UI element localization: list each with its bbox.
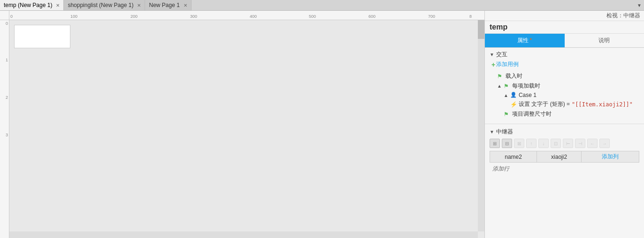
h-ruler-tick-300: 300 [190, 14, 197, 19]
tab-shoppinglist-label: shoppinglist (New Page 1) [68, 2, 133, 8]
tree-item-each-label: 每项加载时 [512, 82, 540, 90]
section-divider [485, 124, 644, 124]
canvas-widget[interactable] [14, 25, 70, 48]
tree-item-each-load[interactable]: ▲ ⚑ 每项加载时 [490, 81, 639, 91]
repeater-btn-prev[interactable]: ← [587, 139, 598, 148]
h-ruler-tick-100: 100 [70, 14, 77, 19]
tab-properties[interactable]: 属性* [485, 34, 565, 47]
tree-item-resize[interactable]: ⚑ 项目调整尺寸时 [490, 109, 639, 119]
flag-icon-load: ⚑ [497, 73, 504, 80]
tree-item-load-label: 载入时 [506, 72, 522, 80]
ruler-corner [0, 11, 9, 20]
interactions-arrow: ▼ [490, 52, 494, 57]
v-ruler-tick-2: 2 [6, 95, 8, 100]
add-col-link[interactable]: 添加列 [599, 152, 621, 161]
h-ruler-tick-400: 400 [250, 14, 257, 19]
case-icon: 👤 [510, 92, 517, 98]
tree-item-load[interactable]: ⚑ 载入时 [490, 71, 639, 81]
col-header-add[interactable]: 添加列 [582, 151, 639, 163]
repeater-btn-remove-row[interactable]: ⊟ [502, 139, 512, 148]
tab-description[interactable]: 说明 [565, 34, 644, 47]
tab-temp-close[interactable]: ✕ [56, 3, 60, 8]
expand-arrow-case: ▲ [504, 93, 508, 98]
tab-properties-asterisk: * [529, 37, 532, 44]
repeater-label: 中继器 [496, 128, 513, 136]
plus-icon: + [491, 61, 495, 68]
repeater-btn-col-left[interactable]: ⊢ [563, 139, 573, 148]
col-header-xiaoji2[interactable]: xiaoji2 [537, 151, 582, 163]
panel-tabs: 属性* 说明 [485, 34, 644, 48]
v-ruler-tick-0: 0 [6, 21, 8, 26]
tree-item-case1-label: Case 1 [519, 92, 537, 98]
add-row-link[interactable]: 添加行 [490, 164, 512, 174]
h-ruler: 0 100 200 300 400 500 600 700 8 [9, 11, 484, 20]
h-ruler-tick-500: 500 [309, 14, 316, 19]
v-ruler: 0 1 2 3 [0, 20, 9, 238]
add-use-case-link[interactable]: + 添加用例 [491, 60, 639, 68]
tab-temp-label: temp (New Page 1) [4, 2, 52, 8]
tree-item-resize-label: 项目调整尺寸时 [512, 110, 552, 118]
h-ruler-tick-700: 700 [428, 14, 435, 19]
tab-shoppinglist-close[interactable]: ✕ [137, 3, 141, 8]
repeater-arrow: ▼ [490, 129, 494, 134]
h-ruler-tick-200: 200 [130, 14, 138, 19]
vertical-scrollbar[interactable] [478, 20, 484, 231]
bolt-icon: ⚡ [510, 101, 517, 108]
repeater-btn-clear[interactable]: ⊠ [514, 139, 524, 148]
repeater-table: name2 xiaoji2 添加列 [490, 151, 639, 163]
tab-properties-label: 属性 [517, 37, 529, 44]
repeater-btn-up[interactable]: ↑ [526, 139, 537, 148]
h-ruler-tick-600: 600 [368, 14, 376, 19]
repeater-btn-grid[interactable]: ⊞ [490, 139, 500, 148]
horizontal-scrollbar[interactable] [9, 231, 478, 238]
tab-dropdown-btn[interactable]: ▼ [635, 0, 644, 10]
tree-item-set-text[interactable]: ⚡ 设置 文字于 (矩形) = "[[Item.xiaoji2]]" [490, 99, 639, 109]
add-use-case-label: 添加用例 [496, 60, 519, 68]
tree-item-case1[interactable]: ▲ 👤 Case 1 [490, 91, 639, 99]
expand-arrow-each: ▲ [497, 83, 502, 89]
h-ruler-tick-8: 8 [469, 14, 472, 19]
tab-newpage-close[interactable]: ✕ [184, 3, 187, 8]
interactions-header[interactable]: ▼ 交互 [490, 51, 639, 59]
tab-temp[interactable]: temp (New Page 1) ✕ [0, 0, 64, 10]
tab-newpage[interactable]: New Page 1 ✕ [145, 0, 191, 10]
repeater-btn-down[interactable]: ↓ [538, 139, 549, 148]
tree-item-set-text-code: "[[Item.xiaoji2]]" [572, 101, 633, 108]
repeater-btn-next[interactable]: → [599, 139, 610, 148]
tab-shoppinglist[interactable]: shoppinglist (New Page 1) ✕ [64, 0, 145, 10]
right-panel: 检视：中继器 temp 属性* 说明 ▼ 交互 + 添加用例 [484, 11, 644, 238]
repeater-toolbar: ⊞ ⊟ ⊠ ↑ ↓ ⊡ ⊢ ⊣ ← → [490, 139, 639, 148]
scrollbar-thumb-v[interactable] [478, 20, 484, 39]
tab-bar: temp (New Page 1) ✕ shoppinglist (New Pa… [0, 0, 644, 11]
tree-item-set-text-pre: 设置 文字于 (矩形) = [519, 100, 570, 108]
main-layout: 0 100 200 300 400 500 600 700 8 0 1 2 3 [0, 11, 644, 238]
v-ruler-tick-3: 3 [6, 133, 8, 137]
panel-title: temp [490, 23, 507, 31]
canvas-area[interactable]: 0 100 200 300 400 500 600 700 8 0 1 2 3 [0, 11, 484, 238]
h-ruler-tick-0: 0 [10, 14, 13, 19]
flag-icon-each: ⚑ [504, 83, 510, 89]
repeater-header[interactable]: ▼ 中继器 [490, 128, 639, 136]
panel-context-label: 检视：中继器 [606, 12, 640, 20]
col-header-name2[interactable]: name2 [490, 151, 537, 163]
tab-description-label: 说明 [598, 37, 610, 44]
panel-header: temp [485, 21, 644, 34]
interactions-section: ▼ 交互 + 添加用例 ⚑ 载入时 ▲ ⚑ 每项加载时 ▲ 👤 Case 1 [485, 48, 644, 122]
repeater-btn-col-right[interactable]: ⊣ [575, 139, 585, 148]
canvas-content[interactable] [9, 20, 484, 238]
tab-newpage-label: New Page 1 [149, 2, 179, 8]
v-ruler-tick-1: 1 [6, 58, 8, 62]
panel-top-bar: 检视：中继器 [485, 11, 644, 21]
flag-icon-resize: ⚑ [504, 111, 510, 118]
repeater-btn-col-layout[interactable]: ⊡ [551, 139, 561, 148]
repeater-section: ▼ 中继器 ⊞ ⊟ ⊠ ↑ ↓ ⊡ ⊢ ⊣ ← → name2 xiaoji2 [485, 126, 644, 176]
interactions-label: 交互 [496, 51, 507, 59]
